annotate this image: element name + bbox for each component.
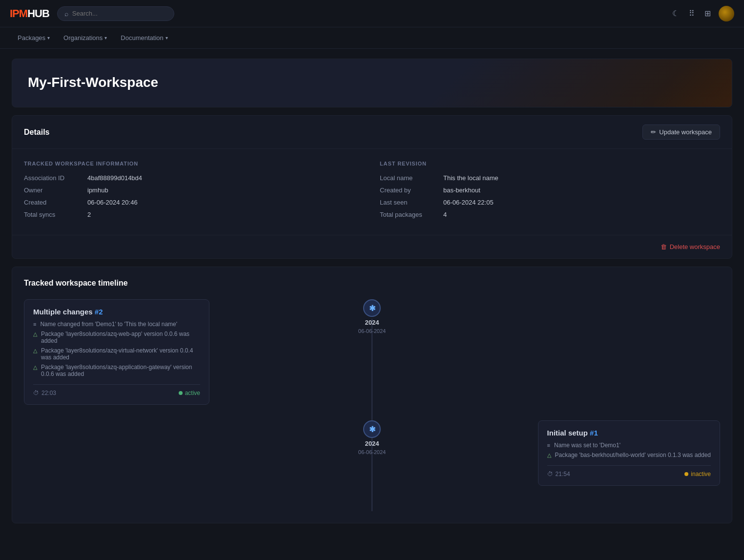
total-packages-value: 4: [443, 211, 447, 218]
avatar-image: [719, 6, 734, 21]
search-icon: ⌕: [64, 10, 68, 18]
last-seen-value: 06-06-2024 22:05: [443, 199, 494, 206]
search-input[interactable]: [72, 10, 167, 17]
timeline-year-2: 2024: [365, 440, 379, 447]
package-add-icon-2: △: [33, 348, 37, 354]
details-footer: 🗑 Delete workspace: [12, 235, 732, 258]
packages-chevron: ▾: [47, 35, 50, 41]
total-syncs-value: 2: [87, 211, 91, 218]
timeline-center-2: ✱ 2024 06-06-2024: [358, 420, 386, 455]
timeline-event-title-2: Initial setup #1: [547, 429, 711, 437]
nav-organizations[interactable]: Organizations ▾: [58, 32, 113, 43]
timeline-time-2: ⏱ 21:54: [547, 471, 570, 477]
package-add-icon-4: △: [547, 452, 551, 458]
timeline-event-title-1: Multiple changes #2: [33, 308, 200, 316]
timeline-content-1: Multiple changes #2 ≡ Name changed from …: [24, 299, 209, 405]
timeline-change-1-4: △ Package 'layer8solutions/azq-applicati…: [33, 364, 200, 377]
timeline-item-2: Initial setup #1 ≡ Name was set to 'Demo…: [24, 420, 720, 486]
sub-navigation: Packages ▾ Organizations ▾ Documentation…: [0, 27, 744, 49]
local-name-value: This the local name: [443, 174, 498, 182]
search-bar[interactable]: ⌕: [57, 6, 174, 21]
timeline-center-1: ✱ 2024 06-06-2024: [358, 299, 386, 334]
timeline-year-1: 2024: [365, 319, 379, 326]
timeline-change-2-2: △ Package 'bas-berkhout/hello-world' ver…: [547, 452, 711, 458]
created-value: 06-06-2024 20:46: [87, 199, 138, 206]
organizations-chevron: ▾: [104, 35, 107, 41]
update-workspace-button[interactable]: ✏ Update workspace: [642, 124, 720, 140]
grid-dots-icon[interactable]: ⠿: [687, 7, 697, 20]
total-syncs-label: Total syncs: [24, 211, 87, 218]
info-row-local-name: Local name This the local name: [380, 174, 720, 182]
avatar[interactable]: [719, 6, 734, 21]
timeline-node-1: ✱: [363, 299, 381, 317]
timeline-section-title: Tracked workspace timeline: [24, 279, 720, 288]
last-revision-section: LAST REVISION Local name This the local …: [380, 161, 720, 223]
trash-icon: 🗑: [661, 243, 667, 250]
logo-hub: HUB: [27, 7, 49, 20]
edit-icon: ✏: [651, 128, 656, 136]
organizations-label: Organizations: [63, 34, 103, 41]
documentation-chevron: ▾: [165, 35, 168, 41]
created-by-label: Created by: [380, 187, 443, 194]
status-text-2: inactive: [691, 471, 711, 477]
timeline-date-2: 06-06-2024: [358, 449, 386, 455]
timeline-item-1: Multiple changes #2 ≡ Name changed from …: [24, 299, 720, 405]
info-row-owner: Owner ipmhub: [24, 187, 364, 194]
owner-value: ipmhub: [87, 187, 108, 194]
timeline-time-1: ⏱ 22:03: [33, 390, 56, 396]
timeline-content-2: Initial setup #1 ≡ Name was set to 'Demo…: [538, 420, 720, 486]
local-name-label: Local name: [380, 174, 443, 182]
last-seen-label: Last seen: [380, 199, 443, 206]
logo-ipm: IPM: [10, 7, 27, 20]
timeline-footer-2: ⏱ 21:54 inactive: [547, 465, 711, 477]
association-id-value: 4baf88899d014bd4: [87, 174, 142, 182]
clock-icon-1: ⏱: [33, 390, 39, 396]
status-text-1: active: [185, 390, 200, 396]
status-badge-2: inactive: [684, 471, 711, 477]
timeline-container: Multiple changes #2 ≡ Name changed from …: [24, 299, 720, 511]
clock-icon-2: ⏱: [547, 471, 553, 477]
workspace-header-card: My-First-Workspace: [12, 59, 732, 107]
name-change-icon-2: ≡: [547, 442, 550, 448]
timeline-card: Tracked workspace timeline Multiple chan…: [12, 267, 732, 523]
created-label: Created: [24, 199, 87, 206]
workspace-title: My-First-Workspace: [28, 75, 716, 90]
tracked-info-section: TRACKED WORKSPACE INFORMATION Associatio…: [24, 161, 364, 223]
timeline-footer-1: ⏱ 22:03 active: [33, 384, 200, 396]
nav-packages[interactable]: Packages ▾: [12, 32, 56, 43]
nav-documentation[interactable]: Documentation ▾: [115, 32, 173, 43]
packages-label: Packages: [18, 34, 45, 41]
top-navigation: IPMHUB ⌕ ☾ ⠿ ⊞: [0, 0, 744, 27]
asterisk-icon-1: ✱: [369, 304, 375, 313]
tracked-info-title: TRACKED WORKSPACE INFORMATION: [24, 161, 364, 166]
package-add-icon-3: △: [33, 364, 37, 371]
documentation-label: Documentation: [121, 34, 163, 41]
delete-workspace-button[interactable]: 🗑 Delete workspace: [661, 243, 720, 250]
details-section-title: Details: [24, 128, 49, 137]
status-dot-inactive: [684, 472, 688, 476]
topnav-right: ☾ ⠿ ⊞: [670, 6, 734, 21]
timeline-change-1-2: △ Package 'layer8solutions/azq-web-app' …: [33, 331, 200, 344]
details-body: TRACKED WORKSPACE INFORMATION Associatio…: [12, 149, 732, 235]
main-content: My-First-Workspace Details ✏ Update work…: [0, 59, 744, 543]
details-header: Details ✏ Update workspace: [12, 116, 732, 149]
info-row-association: Association ID 4baf88899d014bd4: [24, 174, 364, 182]
timeline-change-1-3: △ Package 'layer8solutions/azq-virtual-n…: [33, 347, 200, 361]
info-row-total-syncs: Total syncs 2: [24, 211, 364, 218]
status-dot-active: [179, 391, 183, 395]
package-add-icon: △: [33, 331, 37, 337]
moon-icon[interactable]: ☾: [670, 7, 681, 20]
details-card: Details ✏ Update workspace TRACKED WORKS…: [12, 115, 732, 259]
info-row-created: Created 06-06-2024 20:46: [24, 199, 364, 206]
timeline-change-1-1: ≡ Name changed from 'Demo1' to 'This the…: [33, 321, 200, 328]
timeline-date-1: 06-06-2024: [358, 328, 386, 334]
status-badge-1: active: [179, 390, 200, 396]
timeline-node-2: ✱: [363, 420, 381, 438]
info-row-created-by: Created by bas-berkhout: [380, 187, 720, 194]
last-revision-title: LAST REVISION: [380, 161, 720, 166]
logo[interactable]: IPMHUB: [10, 7, 49, 20]
name-change-icon: ≡: [33, 321, 36, 327]
owner-label: Owner: [24, 187, 87, 194]
association-id-label: Association ID: [24, 174, 87, 182]
building-icon[interactable]: ⊞: [703, 7, 713, 20]
